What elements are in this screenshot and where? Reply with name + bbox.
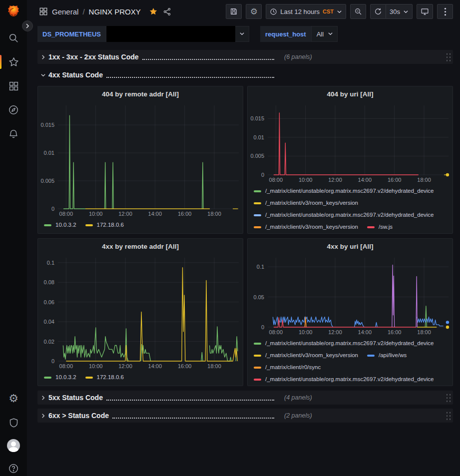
chart-404-by-uri[interactable]: 00.0050.010.01508:0010:0012:0014:0016:00…	[248, 101, 453, 184]
row-panel-count: (2 panels)	[284, 412, 312, 419]
grafana-logo-icon[interactable]	[5, 4, 22, 21]
panel-4xx-by-remote-addr: 4xx by remote addr [All] 00.020.040.060.…	[37, 238, 243, 386]
breadcrumb-section[interactable]: General	[52, 7, 78, 16]
svg-text:08:00: 08:00	[269, 177, 283, 183]
svg-text:08:00: 08:00	[59, 363, 73, 369]
chart-4xx-by-remote-addr[interactable]: 00.020.040.060.080.108:0010:0012:0014:00…	[38, 254, 243, 371]
panel-legend: /_matrix/client/unstable/org.matrix.msc2…	[248, 184, 453, 233]
help-icon[interactable]	[0, 461, 27, 476]
chevron-down-icon	[239, 31, 245, 36]
sidebar-expand-button[interactable]	[22, 20, 33, 31]
dashboard-settings-button[interactable]: ⚙	[246, 4, 262, 19]
svg-text:0.005: 0.005	[40, 178, 54, 184]
panel-title[interactable]: 4xx by uri [All]	[248, 239, 453, 254]
legend-swatch	[254, 202, 261, 204]
panel-title[interactable]: 4xx by remote addr [All]	[38, 239, 243, 254]
panel-404-by-uri: 404 by uri [All] 00.0050.010.01508:0010:…	[247, 86, 453, 234]
legend-swatch	[254, 226, 261, 228]
legend-item[interactable]: /api/live/ws	[367, 350, 407, 361]
dashboard-toolbar: General / NGINX PROXY ⚙	[27, 0, 460, 23]
legend-item[interactable]: /_matrix/client/unstable/org.matrix.msc2…	[254, 338, 434, 349]
panel-404-by-remote-addr: 404 by remote addr [All] 00.0050.010.015…	[37, 86, 243, 234]
legend-item[interactable]: 172.18.0.6	[85, 372, 124, 383]
row-header-6xx[interactable]: 6xx > Status Code (2 panels)	[37, 409, 453, 423]
legend-label: /_matrix/client/unstable/org.matrix.msc2…	[265, 185, 434, 197]
panel-title[interactable]: 404 by uri [All]	[248, 86, 453, 101]
row-drag-handle[interactable]	[445, 411, 451, 421]
refresh-button[interactable]	[370, 4, 386, 19]
legend-swatch	[367, 355, 375, 357]
variable-select-request-host[interactable]: All	[311, 26, 338, 42]
svg-text:12:00: 12:00	[118, 363, 132, 369]
variable-label-ds-prometheus: DS_PROMETHEUS	[37, 26, 106, 42]
legend-swatch	[254, 355, 261, 357]
panel-grid: 404 by remote addr [All] 00.0050.010.015…	[37, 86, 453, 386]
legend-label: /_matrix/client/unstable/org.matrix.msc2…	[265, 338, 434, 349]
row-drag-handle[interactable]	[445, 52, 451, 62]
svg-text:14:00: 14:00	[358, 329, 372, 335]
row-header-1xx-3xx-2xx[interactable]: 1xx - 3xx - 2xx Status Code (6 panels)	[37, 50, 453, 64]
panel-legend: 10.0.3.2172.18.0.6	[38, 218, 243, 233]
svg-text:08:00: 08:00	[59, 211, 73, 217]
chevron-right-icon	[40, 413, 48, 419]
svg-text:14:00: 14:00	[148, 363, 162, 369]
redacted-value	[106, 26, 235, 42]
share-icon[interactable]	[163, 7, 171, 16]
legend-label: 172.18.0.6	[97, 372, 124, 383]
sidebar-item-alerting[interactable]	[0, 126, 27, 141]
svg-text:0.015: 0.015	[40, 122, 54, 128]
row-header-4xx[interactable]: 4xx Status Code	[37, 68, 453, 82]
legend-label: 10.0.3.2	[55, 219, 76, 231]
row-header-5xx[interactable]: 5xx Status Code (4 panels)	[37, 391, 453, 405]
chevron-right-icon	[40, 395, 48, 401]
favorite-star-icon[interactable]	[149, 7, 158, 16]
chart-plot: 00.0050.010.01508:0010:0012:0014:0016:00…	[248, 101, 453, 184]
sidebar: ⚙	[0, 0, 27, 476]
legend-item[interactable]: /_matrix/client/r0/sync	[254, 362, 321, 373]
legend-item[interactable]: /sw.js	[367, 221, 393, 233]
user-avatar[interactable]	[0, 438, 27, 453]
active-indicator	[0, 55, 1, 69]
svg-text:16:00: 16:00	[178, 211, 192, 217]
variable-select-ds-prometheus[interactable]	[106, 26, 249, 42]
panel-title[interactable]: 404 by remote addr [All]	[38, 86, 243, 101]
svg-text:0.005: 0.005	[250, 153, 264, 159]
search-icon[interactable]	[0, 30, 27, 45]
legend-item[interactable]: 172.18.0.6	[85, 219, 124, 231]
sidebar-item-starred[interactable]	[0, 54, 27, 69]
time-range-picker[interactable]: Last 12 hours CST	[266, 4, 346, 19]
legend-item[interactable]: /_matrix/client/v3/room_keys/version	[254, 221, 358, 233]
legend-label: /_matrix/client/v3/room_keys/version	[265, 350, 358, 361]
legend-item[interactable]: /_matrix/client/v3/room_keys/version	[254, 350, 358, 361]
legend-item[interactable]: /_matrix/client/v3/room_keys/version	[254, 197, 358, 209]
legend-label: /sw.js	[379, 221, 393, 233]
row-panel-count: (6 panels)	[284, 53, 312, 60]
legend-swatch	[367, 226, 375, 228]
chart-plot: 00.020.040.060.080.108:0010:0012:0014:00…	[38, 254, 243, 371]
chart-4xx-by-uri[interactable]: 00.050.108:0010:0012:0014:0016:0018:00	[248, 254, 453, 337]
legend-item[interactable]: 10.0.3.2	[44, 372, 76, 383]
sidebar-item-explore[interactable]	[0, 102, 27, 117]
svg-text:0: 0	[261, 324, 264, 330]
chart-404-by-remote-addr[interactable]: 00.0050.010.01508:0010:0012:0014:0016:00…	[38, 101, 243, 218]
kebab-menu-button[interactable]	[437, 4, 453, 19]
svg-text:18:00: 18:00	[207, 363, 221, 369]
row-drag-handle[interactable]	[445, 393, 451, 403]
legend-label: /_matrix/client/v3/room_keys/version	[265, 221, 358, 233]
legend-item[interactable]: /_matrix/client/unstable/org.matrix.msc2…	[254, 185, 434, 197]
settings-gear-icon[interactable]: ⚙	[0, 391, 27, 406]
svg-text:0.01: 0.01	[44, 150, 54, 156]
legend-item[interactable]: /_matrix/client/unstable/org.matrix.msc2…	[254, 374, 434, 385]
cycle-view-mode-button[interactable]	[417, 4, 433, 19]
legend-swatch	[44, 377, 51, 379]
save-dashboard-button[interactable]	[226, 4, 242, 19]
refresh-interval-select[interactable]: 30s	[386, 4, 413, 19]
svg-text:0: 0	[51, 358, 54, 364]
admin-shield-icon[interactable]	[0, 415, 27, 430]
legend-item[interactable]: /_matrix/client/unstable/org.matrix.msc2…	[254, 209, 434, 221]
sidebar-item-dashboards[interactable]	[0, 78, 27, 93]
legend-label: /_matrix/client/unstable/org.matrix.msc2…	[265, 209, 434, 221]
zoom-out-button[interactable]	[350, 4, 366, 19]
legend-item[interactable]: 10.0.3.2	[44, 219, 76, 231]
page-title[interactable]: NGINX PROXY	[89, 7, 141, 16]
